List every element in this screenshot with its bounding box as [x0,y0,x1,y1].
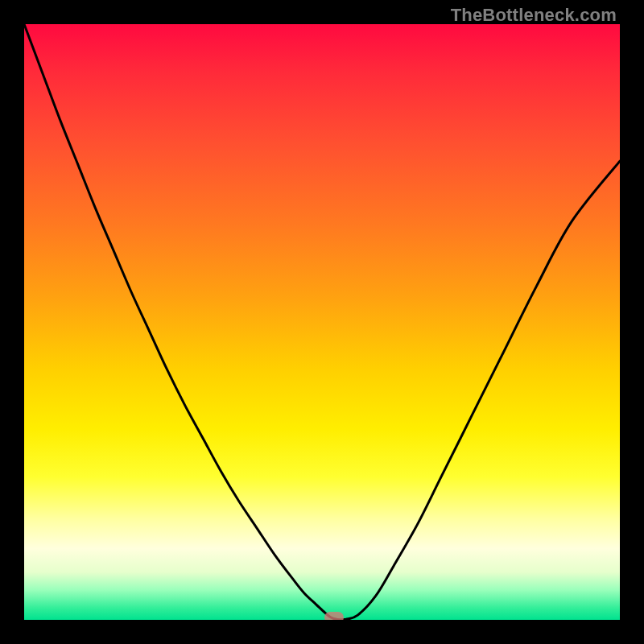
minimum-marker [324,612,344,620]
watermark-label: TheBottleneck.com [451,5,617,26]
bottleneck-curve [24,24,620,620]
plot-area [24,24,620,620]
chart-frame: TheBottleneck.com [0,0,644,644]
